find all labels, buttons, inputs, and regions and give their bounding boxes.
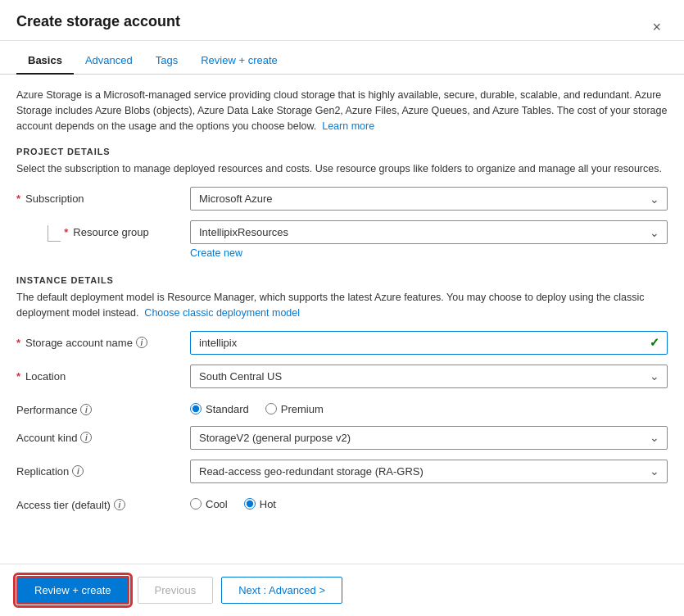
tab-review-create[interactable]: Review + create [189, 48, 289, 75]
subscription-required-star: * [16, 192, 20, 205]
replication-row: Replication i Read-access geo-redundant … [16, 460, 668, 483]
resource-group-select[interactable]: IntellipixResources [190, 220, 668, 244]
access-tier-hot-option[interactable]: Hot [244, 498, 276, 510]
access-tier-cool-radio[interactable] [190, 498, 202, 510]
instance-details-section-title: INSTANCE DETAILS [16, 275, 668, 285]
access-tier-row: Access tier (default) i Cool Hot [16, 493, 668, 511]
location-required-star: * [16, 370, 20, 383]
performance-premium-radio[interactable] [265, 403, 277, 414]
resource-group-row: * Resource group IntellipixResources Cre… [16, 220, 668, 259]
review-create-button[interactable]: Review + create [16, 576, 129, 605]
subscription-select[interactable]: Microsoft Azure [190, 187, 668, 211]
performance-label-col: Performance i [16, 398, 180, 416]
performance-row: Performance i Standard Premium [16, 398, 668, 416]
classic-deployment-link[interactable]: Choose classic deployment model [144, 307, 300, 319]
replication-label: Replication [16, 465, 69, 478]
performance-input-col: Standard Premium [190, 398, 668, 415]
subscription-label: Subscription [25, 192, 84, 205]
valid-checkmark: ✓ [650, 336, 659, 349]
create-new-link[interactable]: Create new [190, 247, 668, 259]
subscription-row: * Subscription Microsoft Azure [16, 187, 668, 211]
subscription-select-wrapper: Microsoft Azure [190, 187, 668, 211]
resource-group-label-inner: * Resource group [64, 220, 149, 238]
instance-details-desc: The default deployment model is Resource… [16, 290, 668, 321]
resource-group-input-col: IntellipixResources Create new [190, 220, 668, 259]
location-select-wrapper: South Central US [190, 365, 668, 388]
next-advanced-button[interactable]: Next : Advanced > [221, 577, 342, 604]
location-select[interactable]: South Central US [190, 365, 668, 388]
location-label: Location [25, 370, 66, 383]
replication-info-icon[interactable]: i [72, 465, 84, 477]
replication-input-col: Read-access geo-redundant storage (RA-GR… [190, 460, 668, 483]
resource-group-label-col: * Resource group [16, 220, 180, 242]
previous-button[interactable]: Previous [138, 577, 214, 604]
modal-title: Create storage account [16, 13, 180, 40]
project-details-desc: Select the subscription to manage deploy… [16, 161, 668, 177]
account-kind-select[interactable]: StorageV2 (general purpose v2) [190, 426, 668, 450]
performance-premium-label: Premium [281, 403, 324, 415]
rg-required-star: * [64, 226, 68, 238]
account-kind-select-wrapper: StorageV2 (general purpose v2) [190, 426, 668, 450]
storage-account-name-input-col: ✓ [190, 331, 668, 355]
account-kind-info-icon[interactable]: i [80, 432, 92, 443]
location-label-col: * Location [16, 365, 180, 383]
resource-group-label-text: Resource group [73, 226, 149, 238]
tab-advanced[interactable]: Advanced [74, 48, 144, 75]
resource-group-select-wrapper: IntellipixResources [190, 220, 668, 244]
account-kind-label: Account kind [16, 432, 77, 444]
performance-radio-group: Standard Premium [190, 398, 668, 415]
storage-account-name-label: Storage account name [25, 337, 133, 349]
performance-standard-label: Standard [206, 403, 249, 415]
replication-select-wrapper: Read-access geo-redundant storage (RA-GR… [190, 460, 668, 483]
create-storage-modal: Create storage account × Basics Advanced… [0, 0, 684, 616]
modal-body: Azure Storage is a Microsoft-managed ser… [0, 75, 684, 564]
storage-account-name-label-col: * Storage account name i [16, 331, 180, 349]
tab-tags[interactable]: Tags [144, 48, 189, 75]
performance-label: Performance [16, 404, 77, 416]
learn-more-link[interactable]: Learn more [322, 120, 374, 132]
description-text: Azure Storage is a Microsoft-managed ser… [16, 88, 668, 134]
project-details-section-title: PROJECT DETAILS [16, 147, 668, 156]
account-kind-input-col: StorageV2 (general purpose v2) [190, 426, 668, 450]
access-tier-cool-option[interactable]: Cool [190, 498, 228, 510]
access-tier-hot-radio[interactable] [244, 498, 256, 510]
access-tier-label-col: Access tier (default) i [16, 493, 180, 511]
location-row: * Location South Central US [16, 365, 668, 388]
performance-standard-option[interactable]: Standard [190, 403, 249, 415]
replication-label-col: Replication i [16, 460, 180, 478]
subscription-input-col: Microsoft Azure [190, 187, 668, 211]
storage-account-name-input[interactable] [190, 331, 668, 355]
modal-header: Create storage account × [0, 0, 684, 41]
tree-line-decoration [48, 225, 61, 242]
account-kind-row: Account kind i StorageV2 (general purpos… [16, 426, 668, 450]
access-tier-hot-label: Hot [260, 498, 276, 510]
performance-info-icon[interactable]: i [80, 404, 92, 415]
storage-account-name-row: * Storage account name i ✓ [16, 331, 668, 355]
performance-standard-radio[interactable] [190, 403, 202, 414]
performance-premium-option[interactable]: Premium [265, 403, 324, 415]
close-button[interactable]: × [645, 16, 668, 38]
access-tier-radio-group: Cool Hot [190, 493, 668, 510]
storage-account-name-input-wrapper: ✓ [190, 331, 668, 355]
subscription-label-col: * Subscription [16, 187, 180, 205]
access-tier-label: Access tier (default) [16, 499, 111, 511]
storage-account-name-info-icon[interactable]: i [136, 337, 147, 348]
access-tier-cool-label: Cool [206, 498, 228, 510]
storage-name-required-star: * [16, 337, 20, 349]
modal-footer: Review + create Previous Next : Advanced… [0, 564, 684, 616]
access-tier-input-col: Cool Hot [190, 493, 668, 510]
tabs-container: Basics Advanced Tags Review + create [0, 48, 684, 75]
account-kind-label-col: Account kind i [16, 426, 180, 444]
access-tier-info-icon[interactable]: i [114, 499, 125, 510]
tab-basics[interactable]: Basics [16, 48, 74, 75]
location-input-col: South Central US [190, 365, 668, 388]
replication-select[interactable]: Read-access geo-redundant storage (RA-GR… [190, 460, 668, 483]
